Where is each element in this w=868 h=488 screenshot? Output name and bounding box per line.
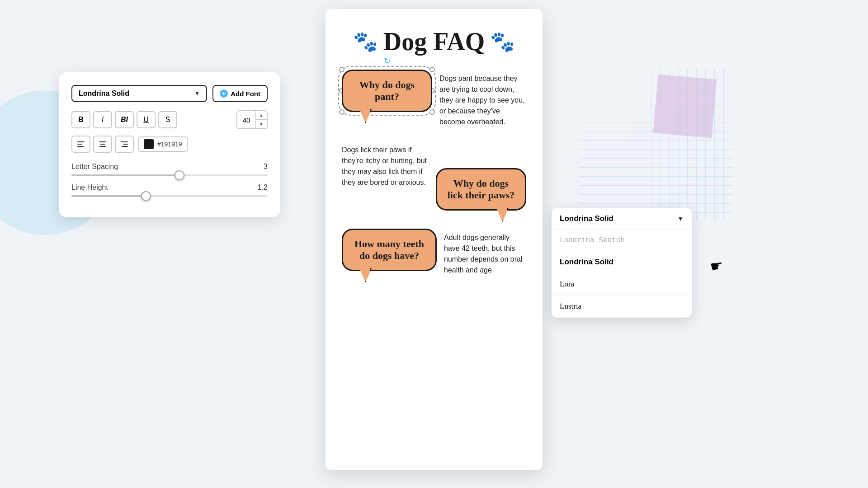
line-height-label-row: Line Height 1.2: [71, 183, 268, 192]
poster-title-text: Dog FAQ: [383, 27, 485, 56]
faq-answer-2: Dogs lick their paws if they're itchy or…: [342, 141, 429, 188]
plus-circle-icon: +: [220, 89, 228, 98]
svg-rect-6: [121, 141, 128, 142]
font-size-decrease-button[interactable]: ▼: [256, 120, 267, 128]
letter-spacing-value: 3: [264, 163, 268, 171]
underline-button[interactable]: U: [137, 111, 156, 128]
bg-purple-square-decoration: [653, 75, 717, 138]
dropdown-option-lora-label: Lora: [560, 280, 574, 288]
dropdown-option-londrina-solid[interactable]: Londrina Solid: [552, 251, 692, 273]
text-style-row: B I BI U S 40 ▲ ▼: [71, 110, 268, 129]
typography-panel: Londrina Solid ▼ + Add Font B I BI U S 4…: [59, 72, 280, 217]
paw-right-icon: 🐾: [490, 30, 515, 53]
align-left-button[interactable]: [71, 136, 90, 153]
faq-question-3: How many teeth do dogs have?: [354, 238, 424, 261]
svg-rect-8: [122, 146, 128, 147]
faq-bubble-2[interactable]: Why do dogs lick their paws?: [436, 168, 526, 211]
resize-handle-br[interactable]: [429, 109, 435, 115]
font-size-value: 40: [237, 114, 255, 126]
svg-rect-0: [77, 141, 85, 142]
dropdown-option-solid-label: Londrina Solid: [560, 258, 613, 266]
line-height-fill: [71, 195, 146, 197]
letter-spacing-track[interactable]: [71, 174, 268, 176]
poster-title: 🐾 Dog FAQ 🐾: [342, 27, 526, 56]
faq-question-2: Why do dogs lick their paws?: [448, 178, 515, 201]
dropdown-option-londrina-sketch[interactable]: Londrina Sketch: [552, 230, 692, 251]
dropdown-option-lora[interactable]: Lora: [552, 273, 692, 296]
add-font-label: Add Font: [231, 90, 260, 98]
align-center-icon: [98, 140, 107, 149]
letter-spacing-section: Letter Spacing 3: [71, 163, 268, 176]
faq-bubble-1[interactable]: Why do dogs pant?: [342, 70, 432, 112]
dropdown-header[interactable]: Londrina Solid ▼: [552, 208, 692, 230]
faq-row-3: How many teeth do dogs have? Adult dogs …: [342, 229, 526, 276]
font-dropdown-panel: Londrina Solid ▼ Londrina Sketch Londrin…: [552, 208, 692, 318]
svg-rect-5: [99, 146, 106, 147]
letter-spacing-thumb[interactable]: [175, 170, 184, 180]
line-height-value: 1.2: [258, 183, 268, 192]
resize-handle-bl[interactable]: [339, 109, 344, 115]
line-height-section: Line Height 1.2: [71, 183, 268, 197]
font-selector-row: Londrina Solid ▼ + Add Font: [71, 85, 268, 102]
dropdown-selected-font: Londrina Solid: [560, 214, 613, 223]
dropdown-chevron-icon: ▼: [677, 215, 684, 222]
faq-bubble-3[interactable]: How many teeth do dogs have?: [342, 229, 437, 271]
font-size-arrows: ▲ ▼: [255, 111, 267, 128]
bold-button[interactable]: B: [71, 111, 90, 128]
bold-italic-button[interactable]: BI: [115, 111, 134, 128]
align-right-button[interactable]: [115, 136, 134, 153]
svg-rect-7: [123, 144, 128, 145]
font-size-increase-button[interactable]: ▲: [256, 111, 267, 120]
resize-handle-tr[interactable]: [429, 67, 435, 72]
add-font-button[interactable]: + Add Font: [212, 85, 268, 102]
line-height-thumb[interactable]: [141, 191, 151, 201]
svg-rect-2: [77, 146, 84, 147]
align-left-icon: [76, 140, 85, 149]
faq-answer-3: Adult dogs generally have 42 teeth, but …: [444, 229, 526, 276]
faq-answer-1: Dogs pant because they are trying to coo…: [439, 70, 526, 127]
color-preview-box: [144, 139, 154, 149]
italic-button[interactable]: I: [93, 111, 112, 128]
strikethrough-button[interactable]: S: [158, 111, 177, 128]
dropdown-option-lustria-label: Lustria: [560, 302, 581, 310]
svg-rect-1: [77, 144, 82, 145]
color-swatch[interactable]: #191919: [138, 136, 188, 152]
dropdown-option-sketch-label: Londrina Sketch: [560, 236, 625, 244]
font-family-label: Londrina Solid: [79, 89, 129, 98]
font-family-select[interactable]: Londrina Solid ▼: [71, 85, 207, 102]
faq-question-1: Why do dogs pant?: [359, 79, 415, 102]
letter-spacing-label-row: Letter Spacing 3: [71, 163, 268, 171]
align-right-icon: [120, 140, 129, 149]
letter-spacing-label: Letter Spacing: [71, 163, 118, 171]
font-size-control: 40 ▲ ▼: [236, 110, 268, 129]
line-height-track[interactable]: [71, 195, 268, 197]
dropdown-option-lustria[interactable]: Lustria: [552, 296, 692, 318]
rotate-handle[interactable]: ↻: [382, 56, 392, 66]
paw-left-icon: 🐾: [353, 30, 378, 53]
faq-row-1: ↻ Why do dogs pant? Dogs pant because th…: [342, 70, 526, 127]
align-center-button[interactable]: [93, 136, 112, 153]
faq-bubble-1-wrapper: ↻ Why do dogs pant?: [342, 70, 432, 112]
svg-rect-3: [99, 141, 106, 142]
dog-faq-poster: 🐾 Dog FAQ 🐾 ↻ Why do dogs pant? Dogs pan…: [326, 9, 542, 470]
cursor-pointer-icon: ☛: [709, 257, 725, 276]
letter-spacing-fill: [71, 174, 179, 176]
resize-handle-tl[interactable]: [339, 67, 344, 72]
color-hex-value: #191919: [157, 141, 182, 148]
poster-wrapper: 🐾 Dog FAQ 🐾 ↻ Why do dogs pant? Dogs pan…: [326, 9, 542, 470]
svg-rect-4: [100, 144, 105, 145]
font-select-chevron-icon: ▼: [194, 90, 200, 97]
line-height-label: Line Height: [71, 183, 108, 192]
alignment-row: #191919: [71, 136, 268, 153]
faq-row-2: Why do dogs lick their paws? Dogs lick t…: [342, 141, 526, 211]
